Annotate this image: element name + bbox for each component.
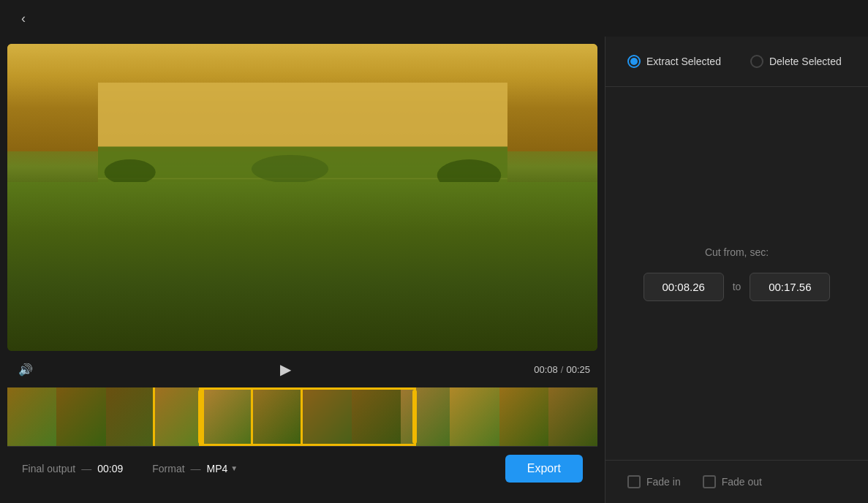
svg-line-41 xyxy=(124,252,129,271)
svg-point-32 xyxy=(338,211,343,216)
controls-bar: 🔊 ▶ 00:08 / 00:25 xyxy=(7,351,597,387)
time-inputs: to xyxy=(644,273,831,301)
fade-options: Fade in Fade out xyxy=(605,460,868,503)
svg-rect-3 xyxy=(98,197,507,313)
svg-point-13 xyxy=(144,211,180,247)
bottom-bar: Final output — 00:09 Format — MP4 ▼ Expo… xyxy=(7,446,597,490)
final-output-separator: — xyxy=(81,463,91,474)
main-content: 🔊 ▶ 00:08 / 00:25 xyxy=(0,37,868,503)
svg-line-48 xyxy=(385,258,390,281)
fade-out-label: Fade out xyxy=(722,476,762,488)
svg-point-28 xyxy=(314,195,355,236)
cut-from-section: Cut from, sec: to xyxy=(605,87,868,460)
fade-in-option[interactable]: Fade in xyxy=(627,475,681,488)
video-container xyxy=(7,44,597,351)
delete-label: Delete Selected xyxy=(769,56,842,67)
svg-point-12 xyxy=(155,221,225,257)
svg-point-18 xyxy=(159,229,166,232)
frame-thumb xyxy=(56,387,105,446)
end-time-input[interactable] xyxy=(750,273,830,301)
frame-thumb-selected xyxy=(253,387,302,446)
svg-point-7 xyxy=(437,159,501,192)
timeline-strip[interactable] xyxy=(7,387,597,446)
svg-line-40 xyxy=(110,249,117,268)
fade-in-checkbox[interactable] xyxy=(627,475,641,488)
frame-thumb xyxy=(499,387,548,446)
format-section: Format — MP4 ▼ xyxy=(152,463,238,474)
final-output-label: Final output xyxy=(22,463,75,474)
svg-line-44 xyxy=(482,252,487,271)
format-label: Format xyxy=(152,463,184,474)
svg-marker-22 xyxy=(237,209,246,216)
cut-from-label: Cut from, sec: xyxy=(705,246,769,258)
video-svg xyxy=(52,83,554,313)
frame-thumb xyxy=(106,387,155,446)
svg-marker-30 xyxy=(339,203,347,211)
svg-point-26 xyxy=(312,213,415,252)
final-output-value: 00:09 xyxy=(97,463,123,474)
format-dropdown-icon: ▼ xyxy=(230,464,238,472)
volume-button[interactable]: 🔊 xyxy=(15,358,37,380)
timeline-frames xyxy=(7,387,597,446)
options-row: Extract Selected Delete Selected xyxy=(605,37,868,87)
svg-point-11 xyxy=(152,223,242,268)
svg-point-35 xyxy=(392,191,431,230)
svg-point-33 xyxy=(389,211,485,247)
format-separator: — xyxy=(191,463,201,474)
svg-point-38 xyxy=(404,205,408,210)
svg-point-16 xyxy=(155,224,159,227)
extract-label: Extract Selected xyxy=(646,56,721,67)
svg-line-46 xyxy=(181,258,187,281)
to-label: to xyxy=(733,281,741,292)
fade-out-checkbox[interactable] xyxy=(703,475,716,488)
time-display: 00:08 / 00:25 xyxy=(534,364,590,375)
svg-point-8 xyxy=(252,154,328,183)
fade-out-option[interactable]: Fade out xyxy=(703,475,762,488)
svg-marker-36 xyxy=(399,199,407,207)
svg-point-15 xyxy=(144,211,180,246)
svg-line-42 xyxy=(136,246,141,265)
right-panel: Extract Selected Delete Selected Cut fro… xyxy=(605,37,868,503)
extract-selected-option[interactable]: Extract Selected xyxy=(627,55,721,68)
video-scene xyxy=(7,44,597,351)
format-value: MP4 xyxy=(207,463,228,474)
svg-point-14 xyxy=(139,205,184,250)
frame-thumb xyxy=(401,387,450,446)
svg-point-17 xyxy=(166,224,170,227)
delete-selected-option[interactable]: Delete Selected xyxy=(750,55,842,68)
svg-line-49 xyxy=(431,262,436,284)
svg-marker-29 xyxy=(321,204,331,212)
svg-line-43 xyxy=(469,249,474,268)
frame-thumb xyxy=(450,387,499,446)
frame-thumb xyxy=(548,387,597,446)
frame-thumb-selected xyxy=(155,387,204,446)
svg-point-9 xyxy=(175,197,431,274)
export-button[interactable]: Export xyxy=(505,455,583,483)
svg-point-25 xyxy=(254,215,258,219)
extract-radio[interactable] xyxy=(627,55,641,68)
delete-radio[interactable] xyxy=(750,55,763,68)
lion-overlay xyxy=(7,44,597,351)
frame-thumb xyxy=(7,387,56,446)
play-button[interactable]: ▶ xyxy=(37,360,534,378)
top-bar: ‹ xyxy=(0,0,868,37)
svg-point-6 xyxy=(104,159,155,185)
svg-marker-37 xyxy=(415,197,423,206)
svg-point-10 xyxy=(187,200,418,258)
final-output-section: Final output — 00:09 xyxy=(22,463,123,474)
svg-point-27 xyxy=(318,211,401,241)
left-panel: 🔊 ▶ 00:08 / 00:25 xyxy=(0,37,605,503)
fade-in-label: Fade in xyxy=(646,476,681,488)
svg-point-24 xyxy=(244,215,248,219)
time-current: 00:08 xyxy=(534,364,558,375)
time-separator: / xyxy=(561,364,564,375)
svg-point-31 xyxy=(327,211,332,216)
back-button[interactable]: ‹ xyxy=(12,7,35,30)
svg-line-45 xyxy=(494,246,499,265)
svg-line-5 xyxy=(98,188,507,191)
svg-point-39 xyxy=(415,205,419,210)
start-time-input[interactable] xyxy=(644,273,724,301)
svg-line-47 xyxy=(226,262,231,284)
svg-point-20 xyxy=(241,214,318,248)
format-select[interactable]: MP4 ▼ xyxy=(207,463,238,474)
